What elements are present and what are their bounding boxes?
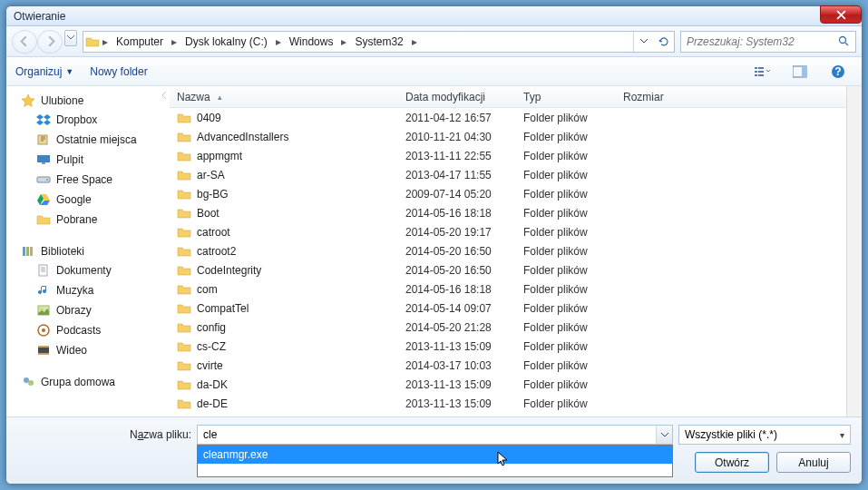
file-row[interactable]: 04092011-04-12 16:57Folder plików [170, 108, 846, 127]
file-row[interactable]: com2014-05-16 18:18Folder plików [170, 279, 846, 299]
sidebar-item-freespace[interactable]: Free Space [8, 170, 157, 190]
file-name: bg-BG [197, 188, 229, 201]
breadcrumb-segment[interactable]: Komputer [111, 32, 169, 52]
autocomplete-item[interactable]: cleanmgr.exe [198, 446, 672, 464]
cancel-button[interactable]: Anuluj [776, 452, 851, 473]
refresh-button[interactable] [654, 32, 674, 52]
view-options-button[interactable] [747, 62, 776, 82]
file-type: Folder plików [523, 131, 623, 143]
sidebar-homegroup-head[interactable]: Grupa domowa [8, 373, 157, 391]
file-row[interactable]: catroot2014-05-20 19:17Folder plików [170, 222, 846, 241]
column-header-size[interactable]: Rozmiar [623, 91, 714, 103]
preview-pane-button[interactable] [785, 62, 814, 82]
open-button[interactable]: Otwórz [695, 452, 769, 473]
file-row[interactable]: Boot2014-05-16 18:18Folder plików [170, 203, 846, 222]
file-row[interactable]: da-DK2013-11-13 15:09Folder plików [170, 375, 846, 394]
file-row[interactable]: AdvancedInstallers2010-11-21 04:30Folder… [170, 127, 846, 146]
sidebar-item-recent[interactable]: Ostatnie miejsca [8, 130, 157, 150]
file-row[interactable]: CodeIntegrity2014-05-20 16:50Folder plik… [170, 260, 846, 279]
nav-history-dropdown[interactable] [64, 30, 77, 46]
close-button[interactable] [820, 5, 862, 24]
sidebar-favorites-head[interactable]: Ulubione [8, 92, 157, 110]
sidebar-item-music[interactable]: Muzyka [8, 280, 157, 300]
file-list-body[interactable]: 04092011-04-12 16:57Folder plikówAdvance… [170, 108, 846, 416]
file-name: catroot2 [197, 245, 236, 258]
forward-button[interactable] [37, 30, 63, 54]
sidebar-item-desktop[interactable]: Pulpit [8, 150, 157, 170]
filename-label: Nazwa pliku: [17, 428, 191, 441]
file-row[interactable]: cvirte2014-03-17 10:03Folder plików [170, 356, 846, 375]
desktop-icon [36, 152, 51, 167]
help-button[interactable]: ? [824, 62, 853, 82]
svg-rect-5 [755, 74, 757, 76]
column-header-name[interactable]: Nazwa▴ [177, 91, 405, 103]
file-name: config [197, 321, 226, 334]
folder-icon [177, 111, 191, 125]
path-dropdown-button[interactable] [634, 32, 654, 52]
folder-icon [177, 168, 191, 182]
file-row[interactable]: config2014-05-20 21:28Folder plików [170, 318, 846, 337]
file-date: 2009-07-14 05:20 [405, 188, 523, 201]
svg-rect-25 [38, 346, 49, 348]
folder-icon [177, 149, 191, 163]
sidebar-item-label: Ostatnie miejsca [56, 133, 137, 146]
file-row[interactable]: catroot22014-05-20 16:50Folder plików [170, 241, 846, 260]
folder-icon [177, 244, 191, 259]
svg-point-27 [24, 377, 29, 383]
folder-icon [177, 206, 191, 220]
file-type: Folder plików [523, 207, 623, 220]
folder-icon [177, 225, 191, 240]
file-row[interactable]: de-DE2013-11-13 15:09Folder plików [170, 394, 846, 413]
sidebar-item-pictures[interactable]: Obrazy [8, 300, 157, 320]
scrollbar[interactable] [846, 86, 862, 416]
svg-rect-16 [23, 247, 25, 256]
sidebar-item-podcasts[interactable]: Podcasts [8, 320, 157, 340]
column-header-type[interactable]: Typ [523, 91, 623, 103]
folder-icon [177, 339, 191, 354]
splitter[interactable] [159, 86, 170, 416]
file-name: com [197, 283, 218, 296]
sidebar-item-dropbox[interactable]: Dropbox [8, 110, 157, 130]
folder-icon [177, 282, 191, 297]
svg-point-23 [42, 328, 45, 332]
file-row[interactable]: ar-SA2013-04-17 11:55Folder plików [170, 165, 846, 184]
autocomplete-popup: cleanmgr.exe [197, 445, 673, 477]
file-date: 2014-05-20 21:28 [405, 321, 523, 334]
sidebar-item-documents[interactable]: Dokumenty [8, 260, 157, 280]
organize-menu[interactable]: Organizuj ▼ [15, 65, 73, 78]
sidebar-item-google[interactable]: Google [8, 190, 157, 210]
search-box[interactable] [680, 31, 856, 53]
search-input[interactable] [687, 35, 838, 48]
breadcrumb-segment[interactable]: System32 [349, 32, 408, 52]
filetype-filter[interactable]: Wszystkie pliki (*.*) [678, 425, 851, 445]
file-row[interactable]: CompatTel2014-05-14 09:07Folder plików [170, 299, 846, 318]
back-button[interactable] [12, 30, 37, 54]
sidebar-item-label: Wideo [56, 344, 87, 357]
file-name: cs-CZ [197, 340, 226, 353]
sidebar-libraries-head[interactable]: Biblioteki [8, 242, 157, 260]
arrow-right-icon [44, 35, 56, 47]
folder-icon [177, 187, 191, 201]
sidebar-item-videos[interactable]: Wideo [8, 340, 157, 360]
breadcrumb-segment[interactable]: Dysk lokalny (C:) [180, 32, 273, 52]
file-row[interactable]: cs-CZ2013-11-13 15:09Folder plików [170, 337, 846, 356]
file-date: 2014-05-16 18:18 [405, 207, 523, 220]
sidebar-item-label: Dokumenty [56, 264, 112, 277]
file-row[interactable]: bg-BG2009-07-14 05:20Folder plików [170, 184, 846, 203]
svg-point-15 [46, 179, 48, 181]
file-date: 2014-05-16 18:18 [405, 283, 523, 296]
sidebar-item-downloads[interactable]: Pobrane [8, 210, 157, 230]
breadcrumb[interactable]: ▸ Komputer ▸ Dysk lokalny (C:) ▸ Windows… [83, 31, 675, 53]
sidebar[interactable]: Ulubione Dropbox Ostatnie miejsca Pulpit… [6, 86, 159, 416]
file-row[interactable]: appmgmt2013-11-11 22:55Folder plików [170, 146, 846, 165]
sidebar-item-label: Muzyka [56, 284, 93, 297]
filename-dropdown-button[interactable] [656, 426, 672, 444]
sort-asc-icon: ▴ [218, 93, 222, 102]
column-header-date[interactable]: Data modyfikacji [405, 91, 523, 103]
file-name: CodeIntegrity [197, 264, 261, 277]
file-date: 2013-11-13 15:09 [405, 378, 523, 391]
body-area: Ulubione Dropbox Ostatnie miejsca Pulpit… [6, 86, 862, 416]
breadcrumb-segment[interactable]: Windows [284, 32, 339, 52]
new-folder-button[interactable]: Nowy folder [90, 65, 147, 78]
filename-input[interactable] [197, 425, 673, 445]
